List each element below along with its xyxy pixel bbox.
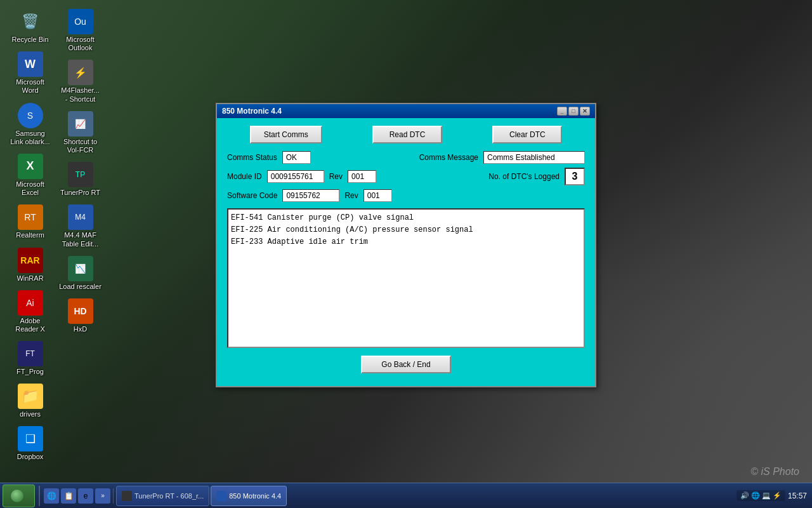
expand-quicklaunch[interactable]: » [95,488,110,504]
dialog-titlebar: 850 Motronic 4.4 _ □ ✕ [217,104,595,118]
ms-excel-label: Microsoft Excel [9,180,51,197]
m44-maf-icon: M4 [68,204,93,230]
winrar-label: WinRAR [16,274,43,283]
ft-prog-label: FT_Prog [16,368,44,376]
taskbar-item-tunerpro[interactable]: TunerPro RT - 608_r... [116,486,209,506]
desktop-icon-load-rescaler[interactable]: 📉 Load rescaler [56,253,104,293]
module-id-label: Module ID [227,172,262,181]
ms-word-icon: W [18,51,43,77]
tunerpro-label: TunerPro RT [60,189,100,197]
desktop-icon-dropbox[interactable]: ❑ Dropbox [6,424,54,464]
windows-orb [11,490,23,502]
winrar-icon: RAR [18,248,43,273]
top-buttons-row: Start Comms Read DTC Clear DTC [227,126,585,144]
go-back-button[interactable]: Go Back / End [361,356,450,373]
module-id-value: 0009155761 [267,170,324,183]
desktop-icon-realterm[interactable]: RT Realterm [6,202,54,242]
clock-time: 15:57 [788,491,807,500]
adobe-icon: Ai [18,290,43,316]
dropbox-label: Dropbox [17,453,44,461]
clear-dtc-button[interactable]: Clear DTC [492,126,562,144]
tray-icon-3: 💻 [762,491,771,500]
ft-prog-icon: FT [18,341,43,366]
desktop-icon-hxd[interactable]: HD HxD [56,296,104,336]
taskbar: 🌐 📋 e » TunerPro RT - 608_r... 850 Motro… [0,483,812,508]
outlook-label: Microsoft Outlook [59,36,102,52]
shortcut-vol-label: Shortcut to Vol-FCR [59,138,102,154]
tray-icon-1: 🔊 [740,491,749,500]
motronic-dialog: 850 Motronic 4.4 _ □ ✕ Start Comms Read … [216,103,596,387]
start-button[interactable] [3,485,35,507]
desktop-icon-outlook[interactable]: Ou Microsoft Outlook [56,6,104,55]
outlook-icon: Ou [68,9,93,34]
dtc-entry: EFI-225 Air conditioning (A/C) pressure … [231,224,581,236]
taskbar-item-motronic[interactable]: 850 Motronic 4.4 [211,486,287,506]
desktop-icon-m44-maf[interactable]: M4 M4.4 MAF Table Edit... [56,202,104,250]
desktop-icon-tunerpro[interactable]: TP TunerPro RT [56,159,104,199]
system-clock: 15:57 [788,491,807,500]
drivers-icon: 📁 [18,384,43,409]
hxd-icon: HD [68,298,93,324]
m4flasher-label: M4Flasher... - Shortcut [59,86,102,103]
desktop-icon-samsung-link[interactable]: S Samsung Link oblark... [6,100,54,149]
taskbar-tunerpro-icon [122,491,132,501]
samsung-link-icon: S [18,103,43,128]
dtc-entry: EFI-541 Canister purge (CP) valve signal [231,212,581,224]
module-id-rev-label: Rev [329,172,343,181]
dtc-entry: EFI-233 Adaptive idle air trim [231,236,581,248]
tunerpro-icon: TP [68,162,93,187]
start-comms-button[interactable]: Start Comms [250,126,322,144]
module-id-rev-value: 001 [348,170,376,183]
ie-quicklaunch[interactable]: 🌐 [44,488,59,504]
dialog-title: 850 Motronic 4.4 [222,107,282,116]
ms-excel-icon: X [18,154,43,179]
software-code-value: 09155762 [282,189,339,202]
comms-status-label: Comms Status [227,153,277,162]
desktop-icon-ms-excel[interactable]: X Microsoft Excel [6,151,54,199]
taskbar-motronic-label: 850 Motronic 4.4 [229,492,281,500]
dropbox-icon: ❑ [18,426,43,451]
m44-maf-label: M4.4 MAF Table Edit... [59,231,102,248]
desktop-icon-winrar[interactable]: RAR WinRAR [6,245,54,285]
desktop-icon-adobe[interactable]: Ai Adobe Reader X [6,288,54,336]
taskbar-tunerpro-label: TunerPro RT - 608_r... [134,492,204,500]
ms-word-label: Microsoft Word [9,78,51,95]
minimize-button[interactable]: _ [557,107,567,116]
desktop-icon-ft-prog[interactable]: FT FT_Prog [6,338,54,378]
read-dtc-button[interactable]: Read DTC [372,126,442,144]
dtc-count-label: No. of DTC's Logged [488,172,560,181]
recycle-bin-icon: 🗑️ [18,9,43,34]
close-button[interactable]: ✕ [580,107,590,116]
taskbar-right: 🔊 🌐 💻 ⚡ 15:57 [731,490,812,501]
drivers-label: drivers [20,410,41,418]
taskbar-motronic-icon [216,491,226,501]
desktop-icons: 🗑️ Recycle Bin W Microsoft Word S Samsun… [6,6,102,464]
dialog-content: Start Comms Read DTC Clear DTC Comms Sta… [217,118,595,386]
comms-message-value: Comms Established [483,151,585,164]
comms-message-label: Comms Message [419,153,478,162]
realterm-label: Realterm [16,231,44,239]
hxd-label: HxD [74,325,87,333]
show-desktop-quicklaunch[interactable]: 📋 [61,488,76,504]
recycle-bin-label: Recycle Bin [11,36,48,44]
shortcut-vol-icon: 📈 [68,111,93,137]
tray-icon-2: 🌐 [751,491,760,500]
m4flasher-icon: ⚡ [68,60,93,85]
taskbar-items: TunerPro RT - 608_r... 850 Motronic 4.4 [114,486,731,506]
desktop-icon-recycle-bin[interactable]: 🗑️ Recycle Bin [6,6,54,46]
system-tray: 🔊 🌐 💻 ⚡ [737,490,785,501]
desktop-icon-shortcut-vol[interactable]: 📈 Shortcut to Vol-FCR [56,109,104,157]
titlebar-controls: _ □ ✕ [557,107,590,116]
samsung-link-label: Samsung Link oblark... [9,130,51,146]
desktop-icon-drivers[interactable]: 📁 drivers [6,381,54,421]
dtc-list[interactable]: EFI-541 Canister purge (CP) valve signal… [227,208,585,348]
photo-watermark: © iS Photo [750,466,799,478]
load-rescaler-label: Load rescaler [59,283,102,291]
dtc-count-value: 3 [565,168,585,185]
desktop-icon-ms-word[interactable]: W Microsoft Word [6,49,54,97]
ie-quicklaunch2[interactable]: e [78,488,93,504]
software-code-rev-value: 001 [363,189,392,202]
desktop-icon-m4flasher[interactable]: ⚡ M4Flasher... - Shortcut [56,57,104,105]
maximize-button[interactable]: □ [568,107,579,116]
comms-status-value: OK [282,151,311,164]
